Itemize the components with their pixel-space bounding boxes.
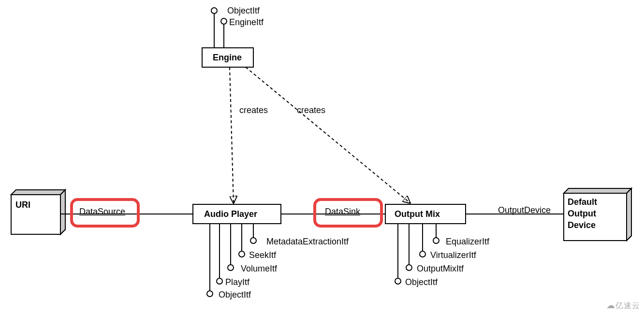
svg-point-21	[250, 238, 256, 243]
edge-label-creates-2: creates	[297, 105, 325, 115]
edge-label-creates-1: creates	[239, 105, 268, 115]
svg-point-15	[217, 278, 222, 284]
ap-itf-metadata: MetadataExtractionItf	[266, 237, 349, 247]
om-itf-equalizer: EqualizerItf	[446, 237, 489, 247]
svg-point-17	[228, 265, 234, 271]
diagram-canvas	[0, 0, 644, 314]
engine-itf-object: ObjectItf	[227, 6, 260, 16]
svg-point-29	[433, 238, 439, 243]
svg-marker-5	[564, 188, 631, 193]
outputdevice-label: OutputDevice	[498, 205, 551, 215]
svg-point-9	[211, 8, 217, 14]
svg-marker-2	[60, 190, 65, 234]
engine-itf-engine: EngineItf	[229, 17, 263, 28]
output-mix-label: Output Mix	[395, 209, 440, 219]
default-output-line1: Default	[568, 197, 597, 207]
edge-engine-audioplayer	[230, 67, 234, 203]
audio-player-label: Audio Player	[204, 209, 257, 219]
svg-point-11	[221, 18, 227, 24]
uri-node	[11, 190, 65, 234]
ap-itf-object: ObjectItf	[219, 290, 251, 300]
svg-point-19	[239, 251, 245, 257]
om-itf-virtualizer: VirtualizerItf	[430, 250, 476, 260]
svg-point-27	[420, 251, 425, 257]
svg-marker-6	[627, 188, 631, 241]
datasink-label: DataSink	[325, 207, 360, 217]
ap-itf-volume: VolumeItf	[241, 264, 277, 274]
default-output-line2: Output	[568, 209, 596, 219]
uri-label: URI	[15, 200, 30, 210]
edge-engine-outputmix	[246, 67, 410, 203]
svg-marker-1	[11, 190, 65, 195]
svg-point-13	[207, 291, 213, 297]
datasource-label: DataSource	[79, 207, 125, 217]
ap-itf-play: PlayItf	[225, 277, 249, 287]
engine-itf-lines	[211, 8, 227, 48]
watermark-text: ☁亿速云	[606, 300, 640, 311]
svg-point-23	[395, 278, 401, 284]
om-itf-outputmix: OutputMixItf	[417, 264, 464, 274]
ap-itf-seek: SeekItf	[249, 250, 276, 260]
default-output-line3: Device	[568, 220, 596, 230]
engine-label: Engine	[213, 53, 242, 63]
svg-point-25	[406, 265, 412, 271]
om-itf-object: ObjectItf	[405, 277, 438, 287]
